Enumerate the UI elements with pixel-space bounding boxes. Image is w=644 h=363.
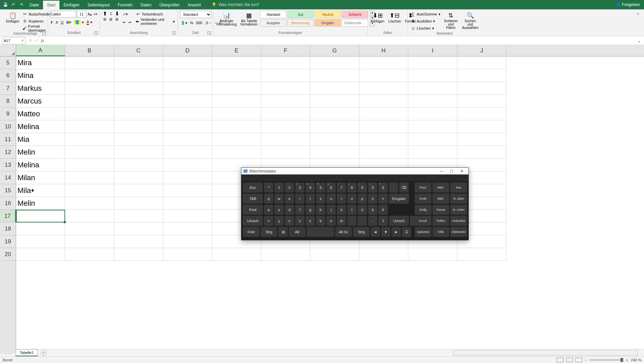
- find-select-button[interactable]: 🔍Suchen und Auswählen: [461, 11, 480, 30]
- page-layout-view-button[interactable]: [566, 358, 573, 362]
- cell[interactable]: [65, 120, 114, 133]
- osk-key[interactable]: 6&: [326, 183, 336, 193]
- tab-formulas[interactable]: Formeln: [114, 1, 137, 9]
- increase-decimal-button[interactable]: .0→: [204, 19, 212, 26]
- dialog-launcher-alignment[interactable]: ↘: [172, 31, 176, 35]
- osk-minimize-button[interactable]: —: [437, 168, 446, 174]
- cell-style-item[interactable]: Ausgabe: [260, 19, 286, 27]
- cell-style-item[interactable]: Erklärender ...: [342, 19, 368, 27]
- cell[interactable]: [408, 82, 457, 95]
- cell[interactable]: [457, 69, 506, 82]
- cell[interactable]: [261, 120, 310, 133]
- cell[interactable]: [114, 197, 163, 210]
- cell[interactable]: [457, 82, 506, 95]
- cell[interactable]: [163, 69, 212, 82]
- cell-style-item[interactable]: Eingabe: [315, 19, 341, 27]
- osk-key[interactable]: Umsch: [389, 216, 409, 226]
- cell[interactable]: [65, 95, 114, 108]
- osk-key[interactable]: q: [264, 194, 273, 204]
- cell[interactable]: [65, 248, 114, 261]
- cell[interactable]: [457, 95, 506, 108]
- cell-style-item[interactable]: Standard: [260, 11, 286, 18]
- osk-key[interactable]: ´`: [389, 183, 398, 193]
- cell[interactable]: [163, 248, 212, 261]
- cell[interactable]: [163, 210, 212, 223]
- cell[interactable]: [310, 248, 359, 261]
- tab-review[interactable]: Überprüfen: [155, 1, 184, 9]
- cell[interactable]: [114, 184, 163, 197]
- cell[interactable]: [310, 95, 359, 108]
- cell[interactable]: [310, 146, 359, 159]
- osk-key[interactable]: ⌫: [399, 183, 409, 193]
- wrap-text-button[interactable]: ↩Textumbruch: [135, 11, 176, 17]
- osk-key[interactable]: 5%: [316, 183, 325, 193]
- align-middle-button[interactable]: ↕: [108, 11, 113, 16]
- cell[interactable]: [163, 159, 212, 171]
- cell-styles-gallery[interactable]: StandardGutNeutralSchlechtAusgabeBerechn…: [260, 11, 368, 27]
- osk-key[interactable]: Esc: [243, 183, 263, 193]
- osk-key[interactable]: x: [285, 216, 294, 226]
- osk-key[interactable]: o: [347, 194, 357, 204]
- cell[interactable]: Melin: [16, 146, 65, 159]
- osk-key[interactable]: m: [337, 216, 346, 226]
- save-icon[interactable]: 💾: [3, 2, 8, 7]
- cell[interactable]: [114, 108, 163, 120]
- osk-side-key[interactable]: Andocken: [450, 216, 467, 226]
- percent-button[interactable]: %: [189, 19, 194, 26]
- font-name-select[interactable]: [50, 11, 76, 17]
- osk-key[interactable]: Fest: [243, 205, 263, 215]
- sheet-tab-active[interactable]: Tabelle1: [15, 349, 38, 356]
- cell[interactable]: [310, 56, 359, 69]
- cell[interactable]: [212, 133, 261, 146]
- osk-side-key[interactable]: Einfg: [415, 205, 431, 215]
- column-header[interactable]: D: [163, 45, 212, 56]
- row-header[interactable]: 15: [0, 184, 16, 197]
- cell[interactable]: [65, 69, 114, 82]
- cell[interactable]: [163, 197, 212, 210]
- cell[interactable]: [359, 95, 408, 108]
- column-header[interactable]: G: [310, 45, 359, 56]
- osk-key[interactable]: +: [378, 194, 388, 204]
- conditional-formatting-button[interactable]: 📊 Bedingte Formatierung: [215, 11, 238, 27]
- autosum-button[interactable]: ∑AutoSumme ▾: [410, 11, 441, 17]
- increase-font-button[interactable]: A▴: [87, 11, 92, 17]
- osk-key[interactable]: e: [285, 194, 294, 204]
- comma-button[interactable]: 000: [195, 19, 203, 26]
- cell[interactable]: [114, 95, 163, 108]
- bold-button[interactable]: F: [50, 19, 54, 26]
- cell[interactable]: [65, 171, 114, 184]
- row-header[interactable]: 18: [0, 223, 16, 235]
- cell[interactable]: [114, 56, 163, 69]
- cell[interactable]: [163, 223, 212, 235]
- osk-key[interactable]: n: [326, 216, 336, 226]
- normal-view-button[interactable]: [557, 358, 563, 362]
- cell[interactable]: [114, 235, 163, 248]
- cell[interactable]: [310, 120, 359, 133]
- cell[interactable]: [261, 248, 310, 261]
- orientation-button[interactable]: ⤢▾: [122, 11, 132, 17]
- cell[interactable]: [212, 108, 261, 120]
- tab-data[interactable]: Daten: [137, 1, 155, 9]
- osk-key[interactable]: Strg: [353, 227, 370, 237]
- osk-key[interactable]: ▼: [381, 227, 390, 237]
- cell[interactable]: [261, 95, 310, 108]
- osk-key[interactable]: -: [368, 216, 377, 226]
- cell[interactable]: [114, 223, 163, 235]
- osk-side-key[interactable]: Bild↑: [432, 183, 449, 193]
- row-header[interactable]: 19: [0, 235, 16, 248]
- osk-key[interactable]: d: [285, 205, 294, 215]
- osk-side-key[interactable]: N. unten: [450, 205, 467, 215]
- osk-key[interactable]: s: [274, 205, 284, 215]
- tab-view[interactable]: Ansicht: [184, 1, 205, 9]
- cell[interactable]: [212, 82, 261, 95]
- dialog-launcher-number[interactable]: ↘: [208, 31, 211, 35]
- cell[interactable]: [359, 133, 408, 146]
- cell[interactable]: [163, 108, 212, 120]
- osk-side-key[interactable]: Hilfe: [432, 227, 449, 237]
- osk-key[interactable]: ◄: [371, 227, 380, 237]
- number-format-select[interactable]: Standard: [180, 11, 212, 18]
- cell[interactable]: Matteo: [16, 108, 65, 120]
- cell[interactable]: [310, 69, 359, 82]
- cell[interactable]: [65, 82, 114, 95]
- cell[interactable]: [261, 146, 310, 159]
